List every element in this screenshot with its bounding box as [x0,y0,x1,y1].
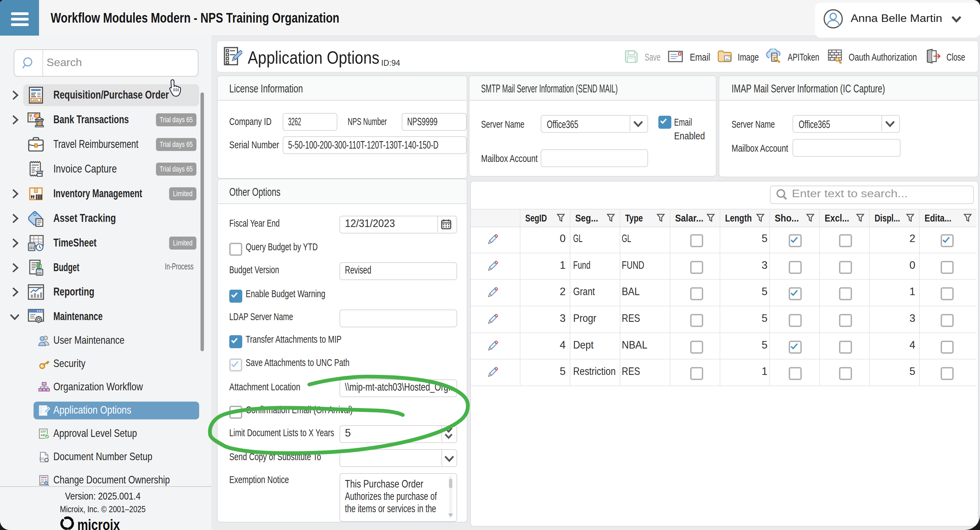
svg-text:123: 123 [40,430,46,433]
svg-text:101: 101 [39,457,45,461]
